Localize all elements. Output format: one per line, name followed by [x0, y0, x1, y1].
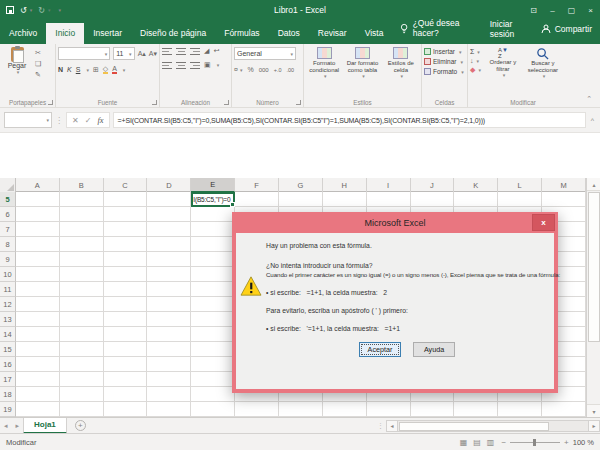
undo-icon[interactable]: ↺▾	[20, 6, 32, 15]
cell-A15[interactable]	[16, 342, 60, 357]
zoom-in-icon[interactable]: +	[564, 438, 569, 447]
cell-E11[interactable]	[191, 282, 235, 297]
prev-sheet-icon[interactable]: ◂	[0, 422, 12, 430]
cell-L5[interactable]	[498, 192, 542, 207]
orientation-icon[interactable]: ◢	[204, 47, 209, 55]
zoom-slider[interactable]	[510, 442, 560, 443]
row-header-6[interactable]: 6	[0, 207, 16, 222]
ribbon-tab-inicio[interactable]: Inicio	[46, 23, 84, 44]
dialog-launcher-icon[interactable]	[296, 100, 301, 105]
cell-C10[interactable]	[104, 267, 148, 282]
tab-splitter-icon[interactable]: ⋮	[374, 422, 386, 430]
scroll-right-icon[interactable]: ▸	[588, 420, 600, 432]
paste-button[interactable]: Pegar ▾	[2, 47, 32, 75]
redo-icon[interactable]: ↻▾	[38, 6, 50, 15]
cell-styles-button[interactable]: Estilos de celda ▾	[383, 47, 419, 79]
cell-A7[interactable]	[16, 222, 60, 237]
sign-in-link[interactable]: Iniciar sesión	[490, 19, 531, 39]
cell-C15[interactable]	[104, 342, 148, 357]
cell-C11[interactable]	[104, 282, 148, 297]
cell-A5[interactable]	[16, 192, 60, 207]
column-header-I[interactable]: I	[367, 178, 411, 192]
cell-B14[interactable]	[60, 327, 104, 342]
copy-icon[interactable]: ❏	[35, 60, 41, 68]
accounting-format-icon[interactable]: ¤▾	[234, 66, 242, 73]
align-bottom-icon[interactable]	[190, 48, 200, 55]
wrap-text-icon[interactable]: ↩	[213, 47, 219, 55]
fill-button[interactable]: ↓▾	[470, 57, 481, 64]
cell-A17[interactable]	[16, 372, 60, 387]
cell-D12[interactable]	[147, 297, 191, 312]
ribbon-display-options-icon[interactable]: ⊡	[524, 0, 543, 20]
collapse-ribbon-icon[interactable]: ⌃	[586, 44, 600, 107]
cell-E6[interactable]	[191, 207, 235, 222]
cell-A14[interactable]	[16, 327, 60, 342]
scroll-down-icon[interactable]: ▾	[587, 404, 600, 417]
number-format-combo[interactable]: General▾	[234, 47, 296, 60]
column-header-D[interactable]: D	[147, 178, 191, 192]
ribbon-tab-datos[interactable]: Datos	[269, 23, 309, 44]
cell-C6[interactable]	[104, 207, 148, 222]
horizontal-scroll-track[interactable]	[398, 420, 588, 432]
cell-B6[interactable]	[60, 207, 104, 222]
ribbon-tab-insertar[interactable]: Insertar	[84, 23, 131, 44]
insert-cells-button[interactable]: Insertar▾	[424, 48, 465, 55]
cell-E9[interactable]	[191, 252, 235, 267]
cell-M5[interactable]	[542, 192, 586, 207]
cell-I5[interactable]	[367, 192, 411, 207]
font-size-combo[interactable]: 11▾	[113, 47, 134, 60]
row-header-12[interactable]: 12	[0, 297, 16, 312]
underline-button[interactable]: S	[76, 66, 81, 73]
expand-formula-bar-icon[interactable]: ^	[589, 117, 596, 124]
find-select-button[interactable]: Buscar y seleccionar ▾	[525, 47, 561, 79]
cell-D10[interactable]	[147, 267, 191, 282]
percent-style-icon[interactable]: %	[247, 66, 253, 73]
clear-button[interactable]: ◆▾	[470, 66, 481, 74]
cell-B18[interactable]	[60, 387, 104, 402]
cell-A9[interactable]	[16, 252, 60, 267]
vertical-scrollbar[interactable]: ▴ ▾	[586, 178, 600, 417]
sort-filter-button[interactable]: A▼Z Ordenar y filtrar ▾	[485, 47, 521, 78]
cell-D13[interactable]	[147, 312, 191, 327]
delete-cells-button[interactable]: Eliminar▾	[424, 58, 465, 65]
row-header-17[interactable]: 17	[0, 372, 16, 387]
cell-D15[interactable]	[147, 342, 191, 357]
cell-H19[interactable]	[323, 402, 367, 417]
column-header-L[interactable]: L	[498, 178, 542, 192]
cell-D8[interactable]	[147, 237, 191, 252]
bold-button[interactable]: N	[58, 66, 63, 73]
column-header-A[interactable]: A	[16, 178, 60, 192]
cancel-icon[interactable]: ✕	[72, 116, 79, 125]
cell-F5[interactable]	[235, 192, 279, 207]
comma-style-icon[interactable]: 000	[259, 67, 269, 73]
cell-C16[interactable]	[104, 357, 148, 372]
row-header-9[interactable]: 9	[0, 252, 16, 267]
accept-button[interactable]: Aceptar	[359, 342, 401, 357]
cell-D6[interactable]	[147, 207, 191, 222]
column-header-F[interactable]: F	[235, 178, 279, 192]
share-button[interactable]: Compartir	[541, 24, 592, 34]
horizontal-scroll-thumb[interactable]	[399, 422, 549, 431]
cut-icon[interactable]: ✂	[35, 49, 41, 57]
cell-L19[interactable]	[498, 402, 542, 417]
cell-B5[interactable]	[60, 192, 104, 207]
name-box[interactable]: ▾	[4, 112, 52, 128]
ribbon-tab-vista[interactable]: Vista	[356, 23, 393, 44]
scroll-left-icon[interactable]: ◂	[386, 420, 398, 432]
cell-E12[interactable]	[191, 297, 235, 312]
cell-J5[interactable]	[411, 192, 455, 207]
cell-A6[interactable]	[16, 207, 60, 222]
zoom-percent[interactable]: 100 %	[573, 438, 594, 447]
dialog-close-icon[interactable]: x	[532, 214, 555, 231]
row-header-5[interactable]: 5	[0, 192, 16, 207]
cell-A8[interactable]	[16, 237, 60, 252]
autosum-button[interactable]: Σ▾	[470, 48, 481, 55]
restore-icon[interactable]: ▢	[562, 0, 581, 20]
column-header-E[interactable]: E	[191, 178, 235, 192]
cell-J19[interactable]	[411, 402, 455, 417]
align-center-icon[interactable]	[176, 62, 186, 69]
select-all-corner[interactable]	[0, 178, 16, 192]
cell-E16[interactable]	[191, 357, 235, 372]
cell-B13[interactable]	[60, 312, 104, 327]
cell-B11[interactable]	[60, 282, 104, 297]
